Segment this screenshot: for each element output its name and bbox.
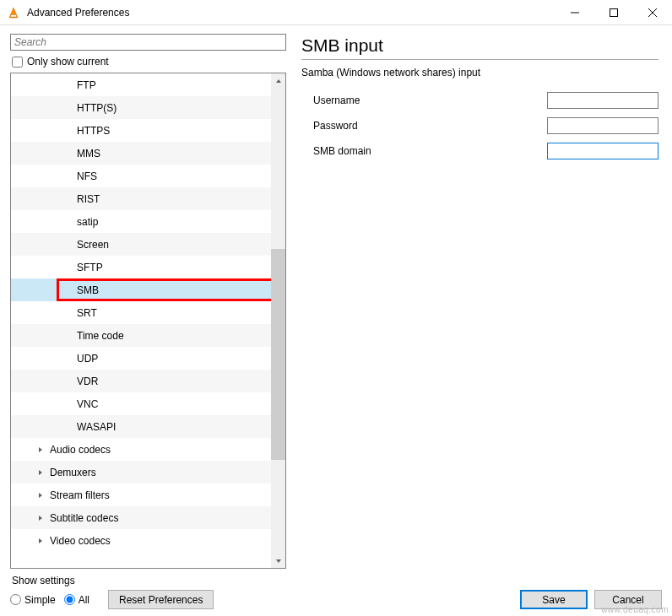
form-row: Password: [301, 117, 658, 134]
tree-item-label: HTTPS: [77, 125, 110, 137]
tree-item[interactable]: VNC: [11, 392, 285, 415]
scroll-down-icon[interactable]: [271, 554, 285, 568]
tree-item-label: NFS: [77, 170, 97, 182]
chevron-right-icon[interactable]: [35, 538, 46, 544]
tree-item[interactable]: SRT: [11, 301, 285, 324]
left-pane: Only show current FTPHTTP(S)HTTPSMMSNFSR…: [10, 34, 286, 569]
tree-item-label: UDP: [77, 353, 98, 365]
only-show-current-checkbox[interactable]: [12, 57, 23, 68]
tree-item[interactable]: SFTP: [11, 256, 285, 278]
tree-item[interactable]: FTP: [11, 73, 285, 96]
tree-item-label: MMS: [77, 148, 100, 159]
form-label: Username: [301, 95, 420, 106]
radio-all[interactable]: All: [64, 594, 89, 606]
tree-item-label: SFTP: [77, 262, 103, 273]
form-row: Username: [301, 92, 658, 109]
tree-item[interactable]: HTTP(S): [11, 96, 285, 119]
tree-item[interactable]: WASAPI: [11, 415, 285, 438]
tree-item[interactable]: SMB: [11, 278, 285, 301]
preferences-tree[interactable]: FTPHTTP(S)HTTPSMMSNFSRISTsatipScreenSFTP…: [11, 73, 285, 552]
tree-item-label: HTTP(S): [77, 102, 117, 114]
form-label: Password: [301, 120, 420, 132]
scroll-thumb[interactable]: [271, 249, 285, 460]
tree-item[interactable]: RIST: [11, 187, 285, 210]
page-title: SMB input: [301, 34, 658, 56]
tree-item-label: VDR: [77, 376, 98, 387]
tree-item[interactable]: VDR: [11, 370, 285, 392]
svg-rect-2: [610, 8, 618, 16]
app-icon: [7, 6, 20, 19]
content: Only show current FTPHTTP(S)HTTPSMMSNFSR…: [0, 25, 672, 569]
tree-item[interactable]: UDP: [11, 347, 285, 370]
tree-item[interactable]: MMS: [11, 142, 285, 165]
tree-item[interactable]: satip: [11, 210, 285, 233]
divider: [301, 59, 658, 60]
form-input[interactable]: [547, 117, 658, 134]
window-controls: [555, 0, 672, 24]
tree-item-label: Audio codecs: [50, 444, 111, 456]
tree-item[interactable]: Demuxers: [11, 461, 285, 484]
tree-item[interactable]: Time code: [11, 324, 285, 347]
show-settings-group: Show settings Simple All Reset Preferenc…: [10, 575, 214, 609]
tree-item-label: satip: [77, 216, 98, 228]
chevron-right-icon[interactable]: [35, 515, 46, 521]
footer: Show settings Simple All Reset Preferenc…: [0, 569, 672, 616]
scroll-up-icon[interactable]: [271, 73, 285, 88]
chevron-right-icon[interactable]: [35, 492, 46, 499]
maximize-button[interactable]: [594, 0, 633, 24]
tree-item-label: WASAPI: [77, 421, 116, 433]
form-label: SMB domain: [301, 145, 420, 157]
tree-item-label: VNC: [77, 398, 98, 410]
radio-all-input[interactable]: [64, 594, 75, 605]
reset-preferences-button[interactable]: Reset Preferences: [108, 590, 214, 609]
tree-item[interactable]: Screen: [11, 233, 285, 256]
only-show-current-label: Only show current: [27, 56, 109, 68]
tree-item[interactable]: HTTPS: [11, 119, 285, 142]
svg-rect-0: [11, 14, 17, 17]
tree-item-label: SMB: [77, 284, 99, 296]
tree-item-label: RIST: [77, 193, 100, 205]
tree-item-label: Stream filters: [50, 489, 110, 501]
radio-simple-input[interactable]: [10, 594, 21, 605]
show-settings-label: Show settings: [10, 575, 214, 586]
chevron-right-icon[interactable]: [35, 446, 46, 453]
minimize-button[interactable]: [555, 0, 594, 24]
tree-item-label: Video codecs: [50, 535, 111, 547]
tree-item-label: SRT: [77, 307, 97, 319]
search-input[interactable]: [10, 34, 286, 51]
radio-simple[interactable]: Simple: [10, 594, 56, 606]
chevron-right-icon[interactable]: [35, 469, 46, 476]
save-button[interactable]: Save: [520, 590, 588, 609]
close-button[interactable]: [633, 0, 672, 24]
tree-container: FTPHTTP(S)HTTPSMMSNFSRISTsatipScreenSFTP…: [10, 73, 286, 569]
scrollbar[interactable]: [271, 73, 285, 568]
tree-item[interactable]: NFS: [11, 165, 285, 187]
titlebar: Advanced Preferences: [0, 0, 672, 25]
only-show-current[interactable]: Only show current: [10, 56, 286, 68]
tree-item[interactable]: Stream filters: [11, 484, 285, 506]
settings-form: UsernamePasswordSMB domain: [301, 92, 658, 159]
window-title: Advanced Preferences: [27, 7, 555, 19]
right-pane: SMB input Samba (Windows network shares)…: [286, 34, 662, 569]
cancel-button[interactable]: Cancel: [594, 590, 662, 609]
form-row: SMB domain: [301, 143, 658, 159]
tree-item-label: Screen: [77, 239, 109, 251]
tree-item[interactable]: Audio codecs: [11, 438, 285, 461]
tree-item[interactable]: Subtitle codecs: [11, 506, 285, 529]
form-input[interactable]: [547, 143, 658, 159]
tree-item-label: Subtitle codecs: [50, 512, 118, 524]
tree-item-label: FTP: [77, 79, 96, 91]
tree-item-label: Time code: [77, 330, 124, 342]
tree-item[interactable]: Video codecs: [11, 529, 285, 552]
form-input[interactable]: [547, 92, 658, 109]
tree-item-label: Demuxers: [50, 467, 96, 478]
page-description: Samba (Windows network shares) input: [301, 67, 658, 78]
